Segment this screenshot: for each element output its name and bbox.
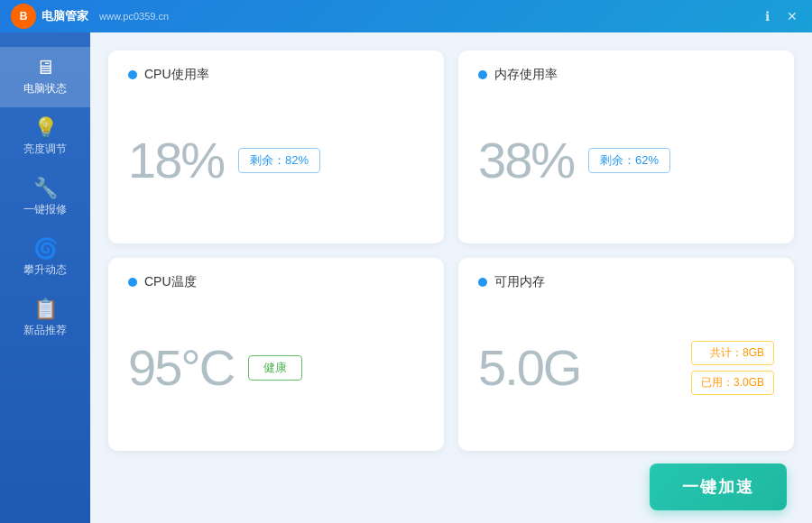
- memory-total-badge: 共计：8GB: [691, 341, 774, 365]
- memory-usage-badge: 剩余：62%: [588, 148, 670, 173]
- cpu-usage-body: 18% 剩余：82%: [128, 94, 424, 227]
- close-button[interactable]: ✕: [783, 7, 801, 25]
- cpu-temp-badge: 健康: [248, 355, 302, 381]
- sidebar: 🖥 电脑状态 💡 亮度调节 🔧 一键报修 🌀 攀升动态 📋 新品推荐: [0, 32, 90, 523]
- new-products-icon: 📋: [33, 299, 58, 319]
- accelerate-button[interactable]: 一键加速: [650, 463, 787, 510]
- info-button[interactable]: ℹ: [758, 7, 776, 25]
- cpu-temp-body: 95°C 健康: [128, 301, 424, 435]
- memory-usage-value: 38%: [478, 135, 574, 186]
- cpu-usage-badge: 剩余：82%: [238, 148, 320, 173]
- sidebar-label-repair: 一键报修: [23, 202, 67, 217]
- app-subtitle: www.pc0359.cn: [99, 11, 169, 22]
- repair-icon: 🔧: [33, 179, 58, 198]
- available-memory-card: 可用内存 5.0G 共计：8GB 已用：3.0GB: [458, 258, 794, 451]
- titlebar: B 电脑管家 www.pc0359.cn ℹ ✕: [0, 0, 812, 32]
- brightness-icon: 💡: [33, 118, 58, 138]
- cpu-temp-card: CPU温度 95°C 健康: [108, 258, 444, 451]
- titlebar-logo: B 电脑管家 www.pc0359.cn: [11, 4, 169, 29]
- app-title: 电脑管家: [42, 8, 88, 24]
- cpu-usage-value: 18%: [128, 135, 224, 186]
- memory-used-badge: 已用：3.0GB: [691, 371, 774, 395]
- cpu-usage-dot: [128, 70, 137, 79]
- sidebar-item-repair[interactable]: 🔧 一键报修: [0, 168, 90, 228]
- window-controls: ℹ ✕: [758, 7, 801, 25]
- sidebar-label-computer-status: 电脑状态: [23, 81, 67, 96]
- upgrade-icon: 🌀: [33, 239, 58, 259]
- cpu-temp-dot: [128, 278, 137, 287]
- cpu-temp-value: 95°C: [128, 343, 234, 393]
- cpu-usage-title: CPU使用率: [144, 67, 209, 83]
- cpu-temp-header: CPU温度: [128, 274, 424, 290]
- computer-status-icon: 🖥: [35, 58, 55, 78]
- app-logo-icon: B: [11, 4, 36, 29]
- memory-usage-title: 内存使用率: [494, 67, 558, 83]
- sidebar-label-new-products: 新品推荐: [23, 323, 67, 338]
- bottom-bar: 一键加速: [90, 460, 812, 523]
- sidebar-item-computer-status[interactable]: 🖥 电脑状态: [0, 47, 90, 107]
- sidebar-label-brightness: 亮度调节: [23, 142, 67, 157]
- memory-usage-body: 38% 剩余：62%: [478, 94, 774, 227]
- cpu-temp-title: CPU温度: [144, 274, 197, 290]
- memory-usage-card: 内存使用率 38% 剩余：62%: [458, 50, 794, 243]
- cpu-usage-card: CPU使用率 18% 剩余：82%: [108, 50, 444, 243]
- available-memory-value: 5.0G: [478, 343, 580, 393]
- memory-usage-header: 内存使用率: [478, 67, 774, 83]
- memory-usage-dot: [478, 70, 487, 79]
- available-memory-body: 5.0G 共计：8GB 已用：3.0GB: [478, 301, 774, 435]
- sidebar-item-upgrade[interactable]: 🌀 攀升动态: [0, 228, 90, 289]
- memory-badges: 共计：8GB 已用：3.0GB: [691, 341, 774, 395]
- sidebar-label-upgrade: 攀升动态: [23, 262, 67, 278]
- available-memory-title: 可用内存: [494, 274, 545, 290]
- cpu-usage-header: CPU使用率: [128, 67, 424, 83]
- sidebar-item-brightness[interactable]: 💡 亮度调节: [0, 107, 90, 168]
- sidebar-item-new-products[interactable]: 📋 新品推荐: [0, 289, 90, 349]
- available-memory-dot: [478, 278, 487, 287]
- available-memory-header: 可用内存: [478, 274, 774, 290]
- main-content: CPU使用率 18% 剩余：82% 内存使用率 38% 剩余：62% CPU温度…: [90, 32, 812, 469]
